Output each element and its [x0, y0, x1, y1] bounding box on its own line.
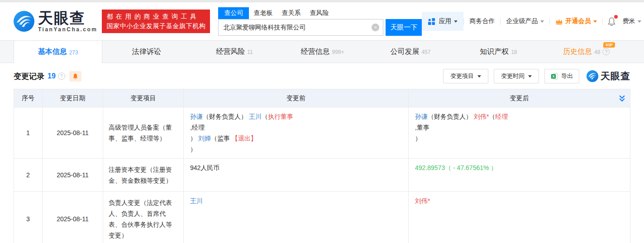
tab-label: 经营信息 — [301, 47, 329, 57]
help-icon[interactable]: ? — [58, 73, 65, 80]
export-button[interactable]: X 导出 — [544, 69, 579, 83]
search-tab-risk[interactable]: 查风险 — [305, 7, 333, 19]
caret-down-icon — [528, 75, 532, 79]
search-tab-boss[interactable]: 查老板 — [249, 7, 277, 19]
caret-down-icon — [540, 20, 544, 24]
text-segment: ,董事 — [415, 124, 429, 131]
caret-down-icon — [477, 75, 481, 79]
crown-icon — [555, 18, 563, 25]
text-segment: ） — [190, 146, 196, 153]
tab-operating-risk[interactable]: 经营风险 11 — [191, 41, 278, 63]
search-tab-relation[interactable]: 查关系 — [277, 7, 305, 19]
tab-business-info[interactable]: 经营信息 999+ — [278, 41, 366, 63]
header-before: 变更前 — [184, 89, 409, 107]
person-link[interactable]: 王川 — [190, 197, 203, 204]
row-number-cell: 1 — [14, 107, 43, 159]
tab-label: 法律诉讼 — [132, 47, 161, 57]
text-segment: （财务负责人） — [203, 113, 249, 120]
enterprise-label: 企业级产品 — [506, 17, 538, 25]
filter-change-item-button[interactable]: 变更项目 — [443, 69, 488, 83]
tab-basic-info[interactable]: 基本信息 273 — [14, 41, 102, 63]
tab-count: 18 — [511, 49, 517, 55]
expand-chevrons-icon[interactable] — [619, 95, 625, 102]
apps-menu-label: 应用 — [439, 17, 451, 25]
text-segment: 492.89573（ - 47.67561% ） — [415, 164, 497, 171]
search-button[interactable]: 天眼一下 — [386, 19, 422, 36]
logo-text: 天眼查 TianYanCha.com — [38, 10, 97, 33]
changes-table-body: 12025-08-11高级管理人员备案（董事、监事、经理等）孙谦（财务负责人） … — [14, 107, 630, 243]
table-row: 22025-08-11注册资本变更（注册资金、资金数额等变更）942人民币492… — [14, 159, 630, 192]
person-link[interactable]: 孙谦 — [415, 113, 428, 120]
watermark-logo: 天眼查 — [587, 70, 630, 83]
tab-legal-litigation[interactable]: 法律诉讼 — [102, 41, 190, 63]
text-segment: 942人民币 — [190, 164, 219, 171]
header-change-date: 变更日期 — [43, 89, 103, 107]
person-link[interactable]: 王川 — [249, 113, 262, 120]
person-link[interactable]: 孙谦 — [190, 113, 203, 120]
change-item-cell: 注册资本变更（注册资金、资金数额等变更） — [103, 159, 184, 192]
change-record-section-bar: 变更记录 19 ? 变更项目 变更时间 X 导出 — [14, 69, 630, 83]
cooperation-label: 商务合作 — [469, 17, 495, 25]
text-segment: （财务负责人） — [428, 113, 474, 120]
enterprise-menu[interactable]: 企业级产品 — [501, 17, 549, 25]
table-row: 12025-08-11高级管理人员备案（董事、监事、经理等）孙谦（财务负责人） … — [14, 107, 630, 159]
tab-count: 11 — [247, 49, 253, 55]
text-segment: ） — [415, 135, 421, 142]
tab-label: 历史信息 — [563, 47, 592, 57]
header-right-menu: 应用 商务合作 企业级产品 开通会员 — [422, 12, 644, 31]
caret-down-icon — [593, 20, 597, 24]
text-segment: （ — [262, 113, 268, 120]
after-cell: 492.89573（ - 47.67561% ） — [409, 159, 630, 192]
tab-history-info[interactable]: VIP 历史信息 48 ? — [543, 41, 630, 63]
text-segment: 经理 — [495, 113, 508, 120]
apps-menu-button[interactable]: 应用 — [422, 12, 463, 31]
text-segment: （监事 — [211, 135, 232, 142]
after-cell: 刘伟* — [409, 192, 630, 243]
company-nav-tabs: 基本信息 273 法律诉讼 经营风险 11 经营信息 999+ 公司发展 457… — [0, 40, 644, 63]
text-segment: 刘伟* — [474, 113, 489, 120]
notification-dot — [614, 15, 618, 19]
caret-down-icon — [454, 20, 458, 24]
text-segment: （ — [489, 113, 495, 120]
vip-upgrade-label: 开通会员 — [565, 17, 591, 25]
table-header-row: 序号 变更日期 变更项目 变更前 变更后 — [14, 89, 630, 107]
change-item-cell: 负责人变更（法定代表人、负责人、首席代表、合伙事务执行人等变更） — [103, 192, 184, 243]
user-menu[interactable]: 费米 — [620, 17, 644, 25]
cooperation-link[interactable]: 商务合作 — [464, 17, 500, 25]
before-cell: 942人民币 — [184, 159, 409, 192]
search-tab-company[interactable]: 查公司 — [218, 7, 249, 19]
text-segment: 刘伟* — [415, 197, 430, 204]
tab-count: 273 — [69, 49, 78, 56]
header-change-item: 变更项目 — [103, 89, 184, 107]
vip-upgrade-menu[interactable]: 开通会员 — [550, 17, 602, 25]
tab-count: 48 — [594, 49, 600, 55]
section-controls: 变更项目 变更时间 X 导出 天眼查 — [438, 69, 630, 83]
username-label: 费米 — [622, 17, 635, 25]
tab-company-development[interactable]: 公司发展 457 — [367, 41, 454, 63]
promo-line1: 都在用的商业查询工具 — [106, 12, 205, 21]
text-segment: ） — [190, 135, 198, 142]
export-label: 导出 — [561, 72, 573, 80]
watermark-logo-text: 天眼查 — [601, 70, 630, 83]
filter-change-time-button[interactable]: 变更时间 — [494, 69, 539, 83]
tab-label: 基本信息 — [38, 47, 67, 57]
promo-line2: 国家中小企业发展子基金旗下机构 — [106, 21, 205, 31]
help-icon[interactable]: ? — [602, 48, 610, 55]
apps-grid-icon — [428, 18, 435, 25]
before-cell: 王川 — [184, 192, 409, 243]
table-row: 32025-08-11负责人变更（法定代表人、负责人、首席代表、合伙事务执行人等… — [14, 192, 630, 243]
section-title: 变更记录 — [14, 71, 44, 82]
person-link[interactable]: 刘婵 — [198, 135, 211, 142]
monitor-bell-button[interactable] — [69, 71, 81, 82]
tab-label: 公司发展 — [390, 47, 419, 57]
tianyancha-logo[interactable]: 天眼查 TianYanCha.com — [14, 10, 97, 33]
text-segment: 执行董事 — [268, 113, 293, 120]
change-item-cell: 高级管理人员备案（董事、监事、经理等） — [103, 107, 184, 159]
search-input[interactable] — [218, 19, 383, 36]
section-count: 19 — [48, 72, 56, 80]
before-cell: 孙谦（财务负责人） 王川（执行董事,经理） 刘婵（监事 【退出】） — [184, 107, 409, 159]
notifications-button[interactable] — [603, 17, 620, 26]
search-row: × 天眼一下 — [218, 19, 422, 36]
tab-intellectual-property[interactable]: 知识产权 18 — [454, 41, 542, 63]
search-tabs: 查公司 查老板 查关系 查风险 — [218, 7, 422, 19]
